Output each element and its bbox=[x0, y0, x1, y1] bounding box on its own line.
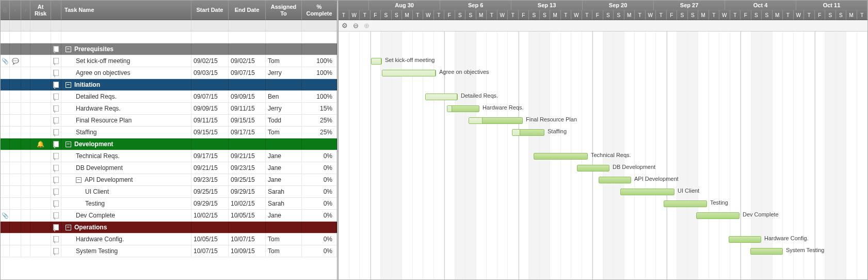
gantt-bar[interactable] bbox=[371, 58, 382, 65]
collapse-icon[interactable]: − bbox=[66, 46, 71, 52]
start-date-cell[interactable]: 09/25/15 bbox=[191, 186, 229, 197]
comment-cell[interactable] bbox=[10, 222, 21, 233]
collapse-icon[interactable]: − bbox=[66, 82, 71, 88]
timeline-day[interactable]: W bbox=[571, 10, 582, 20]
comment-cell[interactable] bbox=[10, 174, 21, 185]
timeline-day[interactable]: F bbox=[667, 10, 678, 20]
attachment-cell[interactable] bbox=[1, 32, 10, 43]
timeline-day[interactable]: W bbox=[497, 10, 508, 20]
timeline-day[interactable]: T bbox=[783, 10, 794, 20]
timeline-day[interactable]: F bbox=[371, 10, 381, 20]
attachment-cell[interactable] bbox=[1, 234, 10, 245]
attachment-cell[interactable] bbox=[1, 150, 10, 162]
start-date-cell[interactable]: 09/29/15 bbox=[191, 198, 229, 209]
end-date-cell[interactable] bbox=[229, 43, 266, 55]
timeline-day[interactable]: S bbox=[836, 10, 847, 20]
pct-cell[interactable]: 25% bbox=[302, 115, 337, 126]
timeline-day[interactable]: S bbox=[392, 10, 403, 20]
comment-icon[interactable] bbox=[12, 57, 19, 65]
start-date-cell[interactable]: 09/11/15 bbox=[191, 115, 229, 126]
timeline-day[interactable]: F bbox=[519, 10, 529, 20]
info-cell[interactable] bbox=[21, 103, 30, 114]
info-cell[interactable] bbox=[21, 222, 30, 233]
flag-cell[interactable] bbox=[51, 115, 61, 126]
zoom-in-icon[interactable]: ⊕ bbox=[364, 22, 369, 29]
timeline-day[interactable]: M bbox=[402, 10, 413, 20]
gear-icon[interactable]: ⚙ bbox=[342, 22, 348, 29]
task-name-cell[interactable]: Dev Complete bbox=[61, 210, 191, 221]
task-row[interactable]: −API Development09/23/1509/25/15Jane0% bbox=[1, 174, 337, 186]
pct-cell[interactable]: 100% bbox=[302, 67, 337, 79]
task-name-cell[interactable]: DB Development bbox=[61, 162, 191, 174]
task-row[interactable]: Staffing09/15/1509/17/15Tom25% bbox=[1, 127, 337, 138]
risk-cell[interactable] bbox=[30, 150, 51, 162]
task-row[interactable]: System Testing10/07/1510/09/15Tom0% bbox=[1, 245, 337, 257]
flag-cell[interactable] bbox=[51, 103, 61, 114]
end-date-cell[interactable]: 09/07/15 bbox=[229, 67, 266, 79]
comment-cell[interactable] bbox=[10, 245, 21, 257]
task-name-cell[interactable]: Set kick-off meeting bbox=[61, 55, 191, 67]
timeline-day[interactable]: T bbox=[582, 10, 593, 20]
end-date-cell[interactable]: 09/15/15 bbox=[229, 115, 266, 126]
info-cell[interactable] bbox=[21, 138, 30, 150]
header-attachment-icon[interactable]: ⎘ bbox=[1, 1, 10, 20]
timeline-day[interactable]: M bbox=[624, 10, 635, 20]
timeline-day[interactable]: T bbox=[857, 10, 868, 20]
start-date-cell[interactable]: 09/21/15 bbox=[191, 162, 229, 174]
info-cell[interactable] bbox=[21, 234, 30, 245]
timeline-day[interactable]: W bbox=[646, 10, 656, 20]
comment-cell[interactable] bbox=[10, 127, 21, 138]
timeline-day[interactable]: S bbox=[614, 10, 624, 20]
gantt-bar[interactable] bbox=[577, 165, 609, 172]
attachment-cell[interactable] bbox=[1, 138, 10, 150]
comment-cell[interactable] bbox=[10, 162, 21, 174]
comment-cell[interactable] bbox=[10, 210, 21, 221]
info-cell[interactable] bbox=[21, 43, 30, 55]
timeline-day[interactable]: S bbox=[540, 10, 551, 20]
start-date-cell[interactable]: 09/07/15 bbox=[191, 91, 229, 102]
flag-icon[interactable] bbox=[53, 153, 59, 159]
attachment-cell[interactable] bbox=[1, 162, 10, 174]
end-date-cell[interactable] bbox=[229, 222, 266, 233]
start-date-cell[interactable] bbox=[191, 222, 229, 233]
flag-icon[interactable] bbox=[53, 165, 59, 171]
flag-cell[interactable] bbox=[51, 186, 61, 197]
attachment-cell[interactable] bbox=[1, 91, 10, 102]
timeline-day[interactable]: S bbox=[688, 10, 699, 20]
gantt-bar[interactable] bbox=[469, 117, 523, 124]
header-start-date[interactable]: Start Date bbox=[191, 1, 229, 20]
assigned-cell[interactable]: Jane bbox=[266, 150, 302, 162]
start-date-cell[interactable]: 10/05/15 bbox=[191, 234, 229, 245]
task-name-cell[interactable]: −Development bbox=[61, 138, 191, 150]
task-name-cell[interactable]: UI Client bbox=[61, 186, 191, 197]
flag-icon[interactable] bbox=[53, 129, 59, 135]
flag-cell[interactable] bbox=[51, 138, 61, 150]
timeline-day[interactable]: T bbox=[804, 10, 815, 20]
timeline-day[interactable]: W bbox=[349, 10, 360, 20]
risk-cell[interactable] bbox=[30, 162, 51, 174]
comment-cell[interactable] bbox=[10, 115, 21, 126]
attachment-cell[interactable] bbox=[1, 127, 10, 138]
risk-cell[interactable] bbox=[30, 245, 51, 257]
timeline-day[interactable]: M bbox=[550, 10, 561, 20]
gantt-bar[interactable] bbox=[382, 70, 436, 76]
header-at-risk[interactable]: At Risk bbox=[30, 1, 51, 20]
end-date-cell[interactable]: 09/09/15 bbox=[229, 91, 266, 102]
flag-icon[interactable] bbox=[53, 248, 59, 254]
comment-cell[interactable] bbox=[10, 138, 21, 150]
flag-icon[interactable] bbox=[53, 236, 59, 242]
assigned-cell[interactable]: Tom bbox=[266, 127, 302, 138]
info-cell[interactable] bbox=[21, 115, 30, 126]
assigned-cell[interactable]: Tom bbox=[266, 234, 302, 245]
task-row[interactable]: Technical Reqs.09/17/1509/21/15Jane0% bbox=[1, 150, 337, 162]
risk-cell[interactable] bbox=[30, 103, 51, 114]
timeline-day[interactable]: T bbox=[508, 10, 519, 20]
flag-icon[interactable] bbox=[53, 70, 59, 76]
start-date-cell[interactable]: 10/07/15 bbox=[191, 245, 229, 257]
header-flag[interactable] bbox=[51, 1, 61, 20]
timeline-day[interactable]: T bbox=[656, 10, 667, 20]
gantt-bar[interactable] bbox=[512, 129, 544, 136]
task-row[interactable]: UI Client09/25/1509/29/15Sarah0% bbox=[1, 186, 337, 198]
risk-cell[interactable] bbox=[30, 127, 51, 138]
section-row[interactable]: −Development bbox=[1, 138, 337, 150]
